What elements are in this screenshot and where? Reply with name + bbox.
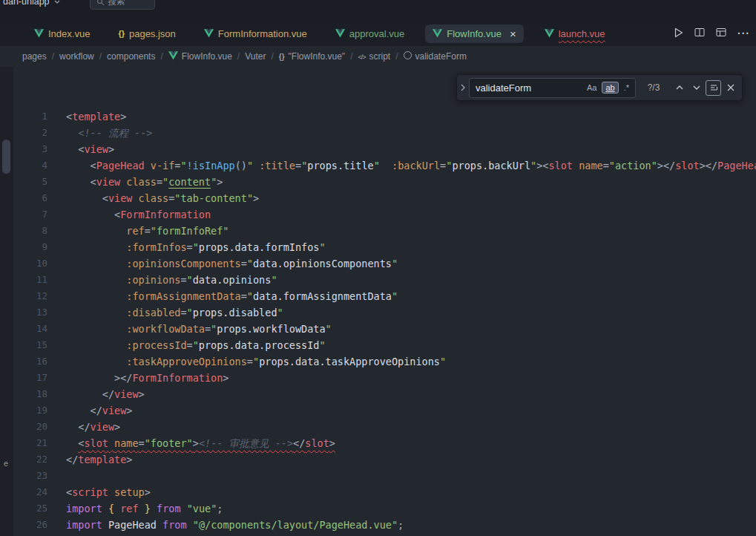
code-token: isInApp bbox=[193, 160, 235, 171]
breadcrumb-item-validateform[interactable]: validateForm bbox=[404, 51, 467, 62]
code-line-20[interactable]: 20 </view> bbox=[13, 419, 756, 435]
code-line-18[interactable]: 18 </view> bbox=[13, 386, 756, 402]
code-line-13[interactable]: 13 :disabled="props.disabled" bbox=[13, 304, 756, 321]
find-input-box[interactable]: Aa ab .* bbox=[469, 78, 636, 98]
breadcrumb-item-vuter[interactable]: Vuter bbox=[245, 51, 266, 62]
close-icon[interactable]: × bbox=[510, 28, 516, 39]
code-line-19[interactable]: 19 </view> bbox=[13, 402, 756, 419]
chevron-down-icon bbox=[693, 85, 700, 90]
code-token: ref bbox=[126, 225, 144, 237]
run-icon bbox=[674, 27, 683, 40]
toggle-replace-button[interactable] bbox=[457, 75, 469, 100]
code-token: > bbox=[114, 421, 120, 433]
code-line-11[interactable]: 11 :opinions="data.opinions" bbox=[13, 272, 756, 288]
code-token: " bbox=[374, 160, 380, 171]
code-token: < bbox=[66, 192, 108, 204]
find-query-input[interactable] bbox=[476, 82, 583, 94]
code-line-26[interactable]: 26import PageHead from "@/components/lay… bbox=[13, 517, 756, 533]
code-token: :disabled bbox=[126, 307, 180, 318]
code-line-3[interactable]: 3 <view> bbox=[13, 141, 756, 157]
line-content: :taskApproveOpinions="props.data.taskApp… bbox=[47, 353, 446, 370]
code-token: template bbox=[78, 454, 126, 465]
tab-index-vue[interactable]: Index.vue bbox=[27, 24, 97, 43]
code-area[interactable]: 1<template>2 <!-- 流程 -->3 <view>4 <PageH… bbox=[13, 67, 756, 536]
code-token: import bbox=[66, 503, 102, 514]
code-token: " bbox=[392, 290, 398, 302]
line-number: 24 bbox=[13, 484, 47, 500]
code-line-23[interactable]: 23 bbox=[13, 468, 756, 484]
code-token: > bbox=[126, 405, 132, 416]
code-token: template bbox=[72, 111, 120, 122]
code-token bbox=[108, 437, 114, 449]
tab-flowinfo-vue[interactable]: FlowInfo.vue× bbox=[425, 24, 523, 43]
tab-launch-vue[interactable]: launch.vue bbox=[537, 24, 613, 43]
run-button[interactable] bbox=[674, 27, 683, 40]
code-token: > bbox=[120, 111, 126, 122]
code-line-7[interactable]: 7 <FormInformation bbox=[13, 206, 756, 223]
code-line-6[interactable]: 6 <view class="tab-content"> bbox=[13, 190, 756, 206]
more-actions-button[interactable]: ··· bbox=[737, 27, 750, 39]
code-line-25[interactable]: 25import { ref } from "vue"; bbox=[13, 500, 756, 517]
breadcrumb-separator: / bbox=[160, 51, 162, 62]
line-number: 9 bbox=[13, 239, 47, 255]
find-previous-button[interactable] bbox=[671, 80, 687, 96]
code-token: :opinions bbox=[126, 274, 180, 286]
global-search-box[interactable]: 搜索 bbox=[90, 0, 155, 10]
code-line-12[interactable]: 12 :formAssignmentData="data.formAssignm… bbox=[13, 288, 756, 304]
regex-toggle[interactable]: .* bbox=[620, 82, 633, 94]
project-menu[interactable]: dan-uniapp bbox=[3, 0, 60, 7]
line-content: <!-- 流程 --> bbox=[47, 125, 152, 141]
code-line-4[interactable]: 4 <PageHead v-if="!isInApp()" :title="pr… bbox=[13, 157, 756, 174]
left-panel-edge: e bbox=[0, 67, 13, 536]
breadcrumb-label: components bbox=[107, 51, 155, 62]
titlebar-content: dan-uniapp 搜索 bbox=[0, 0, 756, 10]
line-content: :opinionsComponents="data.opinionsCompon… bbox=[47, 255, 398, 272]
code-token: ; bbox=[217, 503, 223, 514]
tab-pages-json[interactable]: {}pages.json bbox=[111, 24, 183, 43]
find-next-button[interactable] bbox=[688, 80, 704, 96]
code-line-9[interactable]: 9 :formInfos="props.data.formInfos" bbox=[13, 239, 756, 255]
code-token: :workflowData bbox=[126, 323, 205, 335]
code-line-17[interactable]: 17 ></FormInformation> bbox=[13, 370, 756, 386]
code-token: <!-- 流程 --> bbox=[66, 127, 152, 139]
code-line-24[interactable]: 24<script setup> bbox=[13, 484, 756, 500]
breadcrumb-item-flowinfo-vue[interactable]: {}"FlowInfo.vue" bbox=[279, 51, 345, 62]
code-line-8[interactable]: 8 ref="formInfoRef" bbox=[13, 223, 756, 239]
whole-word-toggle[interactable]: ab bbox=[602, 82, 618, 94]
code-token: " bbox=[319, 339, 325, 351]
breadcrumb-item-script[interactable]: </>script bbox=[358, 51, 390, 62]
code-line-14[interactable]: 14 :workflowData="props.workflowData" bbox=[13, 321, 756, 337]
code-line-10[interactable]: 10 :opinionsComponents="data.opinionsCom… bbox=[13, 255, 756, 272]
tab-approval-vue[interactable]: approval.vue bbox=[328, 24, 412, 43]
breadcrumb-item-flowinfo-vue[interactable]: FlowInfo.vue bbox=[168, 51, 232, 62]
line-number: 18 bbox=[13, 386, 47, 402]
tab-label: FormInformation.vue bbox=[218, 28, 307, 39]
breadcrumb-item-workflow[interactable]: workflow bbox=[59, 51, 94, 62]
tab-forminformation-vue[interactable]: FormInformation.vue bbox=[197, 24, 315, 43]
match-case-toggle[interactable]: Aa bbox=[583, 82, 600, 94]
panel-drag-handle[interactable] bbox=[2, 140, 10, 174]
code-line-16[interactable]: 16 :taskApproveOpinions="props.data.task… bbox=[13, 353, 756, 370]
code-line-2[interactable]: 2 <!-- 流程 --> bbox=[13, 125, 756, 141]
find-in-selection-button[interactable] bbox=[706, 80, 721, 96]
code-line-21[interactable]: 21 <slot name="footer"><!-- 审批意见 --></sl… bbox=[13, 435, 756, 451]
breadcrumb-item-components[interactable]: components bbox=[107, 51, 155, 62]
code-token: " bbox=[247, 290, 253, 302]
code-line-22[interactable]: 22</template> bbox=[13, 451, 756, 468]
line-content: </template> bbox=[47, 451, 132, 468]
code-line-1[interactable]: 1<template> bbox=[13, 108, 756, 125]
code-line-15[interactable]: 15 :processId="props.data.processId" bbox=[13, 337, 756, 353]
line-content: <view> bbox=[47, 141, 114, 157]
code-token: ref bbox=[120, 503, 138, 514]
split-editor-button[interactable] bbox=[694, 27, 705, 39]
code-line-5[interactable]: 5 <view class="content"> bbox=[13, 174, 756, 190]
code-token: view bbox=[96, 176, 121, 188]
breadcrumb-item-pages[interactable]: pages bbox=[22, 51, 47, 62]
find-close-button[interactable] bbox=[723, 80, 738, 96]
code-editor[interactable]: e 1<template>2 <!-- 流程 -->3 <view>4 <Pag… bbox=[0, 67, 756, 536]
find-results-count: ?/3 bbox=[642, 82, 665, 93]
line-content: </view> bbox=[47, 402, 132, 419]
code-token bbox=[139, 503, 145, 514]
customize-layout-button[interactable] bbox=[716, 27, 726, 39]
code-token: ></ bbox=[700, 160, 717, 171]
